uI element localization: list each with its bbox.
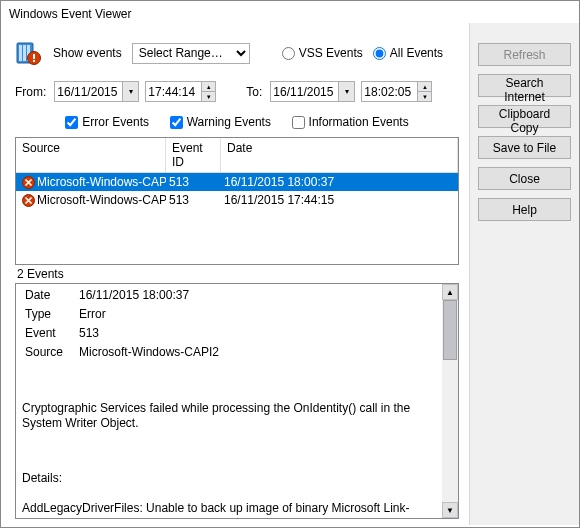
to-time-spinner[interactable]: ▲▼	[417, 81, 432, 102]
help-button[interactable]: Help	[478, 198, 571, 221]
col-date[interactable]: Date	[221, 138, 458, 172]
events-icon	[15, 39, 43, 67]
event-detail-pane: Date16/11/2015 18:00:37 TypeError Event5…	[15, 283, 459, 519]
range-select[interactable]: Select Range…	[132, 43, 250, 64]
from-time-input[interactable]	[145, 81, 201, 102]
to-date-dropdown[interactable]: ▾	[338, 81, 355, 102]
close-button[interactable]: Close	[478, 167, 571, 190]
error-icon	[22, 194, 35, 207]
window-title: Windows Event Viewer	[1, 1, 579, 23]
search-internet-button[interactable]: Search Internet	[478, 74, 571, 97]
scroll-thumb[interactable]	[443, 300, 457, 360]
action-sidebar: Refresh Search Internet Clipboard Copy S…	[469, 23, 579, 525]
svg-rect-1	[19, 45, 22, 61]
from-date-dropdown[interactable]: ▾	[122, 81, 139, 102]
from-date-input[interactable]	[54, 81, 122, 102]
event-count: 2 Events	[15, 265, 459, 283]
scroll-down-icon[interactable]: ▼	[442, 502, 458, 518]
col-source[interactable]: Source	[16, 138, 166, 172]
detail-scrollbar[interactable]: ▲ ▼	[442, 284, 458, 518]
from-label: From:	[15, 85, 46, 99]
all-events-radio[interactable]: All Events	[373, 46, 443, 60]
events-table: Source Event ID Date Microsoft-Windows-C…	[15, 137, 459, 265]
to-label: To:	[246, 85, 262, 99]
scroll-up-icon[interactable]: ▲	[442, 284, 458, 300]
show-events-label: Show events	[53, 46, 122, 60]
svg-rect-6	[33, 60, 35, 62]
refresh-button[interactable]: Refresh	[478, 43, 571, 66]
info-events-checkbox[interactable]: Information Events	[292, 115, 409, 129]
warning-events-checkbox[interactable]: Warning Events	[170, 115, 271, 129]
to-date-input[interactable]	[270, 81, 338, 102]
svg-rect-5	[33, 54, 35, 59]
table-row[interactable]: Microsoft-Windows-CAPI2 513 16/11/2015 1…	[16, 191, 458, 209]
table-row[interactable]: Microsoft-Windows-CAPI2 513 16/11/2015 1…	[16, 173, 458, 191]
svg-rect-2	[23, 45, 26, 61]
error-icon	[22, 176, 35, 189]
clipboard-copy-button[interactable]: Clipboard Copy	[478, 105, 571, 128]
vss-events-radio[interactable]: VSS Events	[282, 46, 363, 60]
from-time-spinner[interactable]: ▲▼	[201, 81, 216, 102]
to-time-input[interactable]	[361, 81, 417, 102]
save-to-file-button[interactable]: Save to File	[478, 136, 571, 159]
col-event-id[interactable]: Event ID	[166, 138, 221, 172]
error-events-checkbox[interactable]: Error Events	[65, 115, 149, 129]
